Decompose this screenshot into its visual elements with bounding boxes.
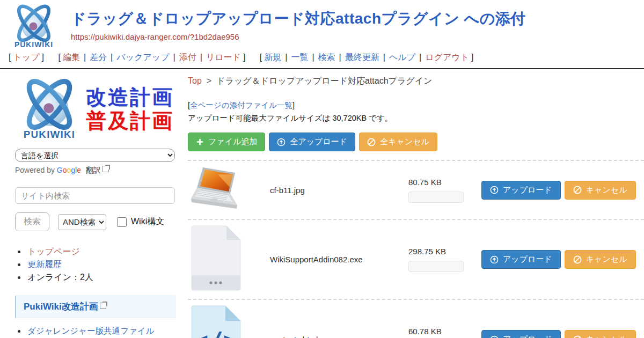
nav-link-list[interactable]: 一覧 xyxy=(291,53,308,62)
progress-bar xyxy=(408,261,464,272)
sidebar-section-title[interactable]: PukiWiki改造計画 xyxy=(24,302,98,312)
row-actions: アップロード キャンセル xyxy=(481,181,644,200)
google-logo: Google xyxy=(57,166,81,174)
nav-group-page: [編集|差分|バックアップ|添付|リロード] xyxy=(56,53,247,62)
cancel-label: キャンセル xyxy=(586,334,627,338)
upload-all-label: 全アップロード xyxy=(290,137,347,147)
svg-text:</>: </> xyxy=(193,327,238,338)
table-row: cf-b11.jpg 80.75 KB アップロード キャンセル xyxy=(188,160,644,219)
plus-icon xyxy=(196,138,204,146)
nav-link-diff[interactable]: 差分 xyxy=(90,53,107,62)
list-item: ダジャレンジャー版共通ファイル xyxy=(26,325,177,337)
list-item: オンライン：2人 xyxy=(26,271,177,284)
breadcrumb-home[interactable]: Top xyxy=(188,76,202,85)
site-search-input[interactable] xyxy=(15,187,175,204)
nav-group-site: [新規|一覧|検索|最終更新|ヘルプ|ログアウト] xyxy=(258,53,476,62)
pipe: | xyxy=(339,53,341,62)
bracket: [ xyxy=(260,53,262,62)
table-row: </> contents.html 60.78 KB アップロード キャンセル xyxy=(188,299,644,338)
upload-circle-icon xyxy=(490,255,499,264)
pipe: | xyxy=(312,53,314,62)
breadcrumb: Top>ドラッグ＆ドロップアップロード対応attachプラグイン xyxy=(188,76,644,87)
nav-link-reload[interactable]: リロード xyxy=(206,53,241,62)
bracket: [ xyxy=(9,53,11,62)
and-or-select[interactable]: AND検索 xyxy=(58,214,106,230)
upload-button[interactable]: アップロード xyxy=(481,181,561,200)
upload-circle-icon xyxy=(490,335,499,338)
attach-list-line: [全ページの添付ファイル一覧] xyxy=(188,100,644,111)
online-count: オンライン：2人 xyxy=(27,273,93,282)
pukiwiki-logo-icon[interactable]: PUKIWIKI xyxy=(5,3,62,49)
file-name: cf-b11.jpg xyxy=(270,186,408,195)
upload-circle-icon xyxy=(490,186,499,194)
all-attachments-link[interactable]: 全ページの添付ファイル一覧 xyxy=(190,101,292,109)
wiki-syntax-checkbox[interactable] xyxy=(117,217,127,227)
nav-link-backup[interactable]: バックアップ xyxy=(116,53,169,62)
upload-label: アップロード xyxy=(503,185,552,195)
page-url[interactable]: https://pukiwiki.dajya-ranger.com/?1bd2d… xyxy=(71,32,526,41)
nav-group-home: [トップ] xyxy=(6,53,46,62)
upload-button[interactable]: アップロード xyxy=(481,250,561,269)
add-file-label: ファイル追加 xyxy=(208,137,257,147)
nav-link-help[interactable]: ヘルプ xyxy=(389,53,415,62)
bracket: ] xyxy=(471,53,473,62)
pukiwiki-logo-text: PUKIWIKI xyxy=(14,40,53,49)
file-size: 298.75 KB xyxy=(408,247,472,256)
add-file-button[interactable]: ファイル追加 xyxy=(188,133,265,151)
file-name: WikiSupportAddin082.exe xyxy=(270,255,408,264)
nav-link-new[interactable]: 新規 xyxy=(264,53,281,62)
upload-button[interactable]: アップロード xyxy=(481,330,561,338)
row-actions: アップロード キャンセル xyxy=(481,250,644,269)
logo-slogan-1: 改造計画 xyxy=(86,86,174,109)
file-name: contents.html xyxy=(270,335,408,338)
upload-circle-icon xyxy=(277,138,286,146)
sidebar-link-toppage[interactable]: トップページ xyxy=(27,247,80,256)
sidebar-link-history[interactable]: 更新履歴 xyxy=(27,260,62,269)
top-navbar: [トップ] [編集|差分|バックアップ|添付|リロード] [新規|一覧|検索|最… xyxy=(0,49,644,69)
external-link-icon xyxy=(100,303,106,309)
file-icon: </> xyxy=(188,305,270,338)
pukiwiki-atom-icon: PUKIWIKI xyxy=(15,78,84,141)
cancel-button[interactable]: キャンセル xyxy=(565,181,636,200)
cancel-all-button[interactable]: 全キャンセル xyxy=(359,133,437,151)
bracket: ] xyxy=(243,53,245,62)
cancel-button[interactable]: キャンセル xyxy=(565,330,636,338)
file-size-cell: 298.75 KB xyxy=(408,247,472,272)
list-item: トップページ xyxy=(26,245,177,258)
nav-link-search[interactable]: 検索 xyxy=(318,53,335,62)
file-icon xyxy=(188,225,270,294)
row-actions: アップロード キャンセル xyxy=(481,330,644,338)
nav-link-top[interactable]: トップ xyxy=(13,53,39,62)
nav-link-edit[interactable]: 編集 xyxy=(63,53,80,62)
breadcrumb-current: ドラッグ＆ドロップアップロード対応attachプラグイン xyxy=(216,76,432,85)
upload-label: アップロード xyxy=(503,334,552,338)
language-select[interactable]: 言語を選択 xyxy=(15,149,175,162)
upload-all-button[interactable]: 全アップロード xyxy=(269,133,355,151)
pipe: | xyxy=(173,53,175,62)
nav-link-attach[interactable]: 添付 xyxy=(179,53,196,62)
cancel-button[interactable]: キャンセル xyxy=(565,250,636,269)
sidebar-logo[interactable]: PUKIWIKI 改造計画 普及計画 xyxy=(15,78,177,141)
pipe: | xyxy=(84,53,86,62)
max-size-note: アップロード可能最大ファイルサイズは 30,720KB です。 xyxy=(188,113,644,123)
pipe: | xyxy=(200,53,202,62)
nav-link-recent[interactable]: 最終更新 xyxy=(345,53,379,62)
table-row: WikiSupportAddin082.exe 298.75 KB アップロード… xyxy=(188,219,644,299)
logo-slogan-2: 普及計画 xyxy=(86,109,174,133)
upload-file-list: cf-b11.jpg 80.75 KB アップロード キャンセル xyxy=(188,160,644,338)
cancel-label: キャンセル xyxy=(586,254,627,264)
nav-link-logout[interactable]: ログアウト xyxy=(425,53,469,62)
translate-link[interactable]: 翻訳 xyxy=(86,166,101,174)
upload-toolbar: ファイル追加 全アップロード 全キャンセル xyxy=(188,133,644,151)
generic-file-icon xyxy=(190,225,241,292)
pipe: | xyxy=(383,53,385,62)
sidebar-link-common-files[interactable]: ダジャレンジャー版共通ファイル xyxy=(27,326,155,335)
sidebar-quick-links: トップページ 更新履歴 オンライン：2人 xyxy=(26,245,177,284)
powered-by-text: Powered by xyxy=(15,166,55,174)
search-button[interactable]: 検索 xyxy=(15,212,49,231)
google-translate-credit: Powered by Google 翻訳 xyxy=(15,166,177,175)
pukiwiki-logo-text: PUKIWIKI xyxy=(24,129,75,140)
image-thumbnail xyxy=(188,166,270,214)
cancel-label: キャンセル xyxy=(586,185,627,195)
file-size: 80.75 KB xyxy=(408,178,472,187)
